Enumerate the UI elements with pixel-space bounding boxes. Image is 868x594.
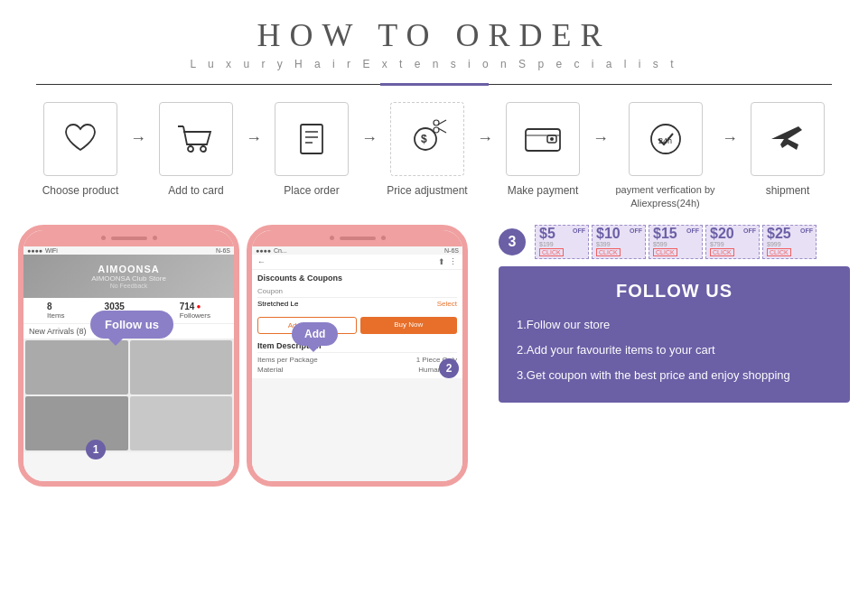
phone1-frame: ●●●●WiFiN-6S AIMOONSA AIMOONSA Club Stor… bbox=[18, 225, 239, 487]
coupons-bar: OFF $5 $199 CLICK OFF $10 $399 CLICK OFF… bbox=[535, 225, 850, 259]
step-add-to-card: Add to card bbox=[146, 102, 246, 199]
phone2-wrapper: ●●●●Cn...N-6S ← ⬆ ⋮ Discounts & Coupons … bbox=[247, 225, 468, 487]
step-box-heart bbox=[43, 102, 117, 176]
phone1-items-label: Items bbox=[47, 311, 65, 320]
arrow-3: → bbox=[361, 102, 378, 148]
step-box-clock: 24h bbox=[629, 102, 703, 176]
phone1-content: ●●●●WiFiN-6S AIMOONSA AIMOONSA Club Stor… bbox=[23, 246, 234, 481]
step-label-payment: Make payment bbox=[508, 183, 579, 199]
phone1-stat-followers: 714 ● Followers bbox=[180, 302, 210, 320]
coupon-min: $399 bbox=[596, 241, 611, 247]
step-label-place: Place order bbox=[284, 183, 339, 199]
phone1-dot2 bbox=[153, 236, 157, 240]
follow-info-list: 1.Follow our store2.Add your favourite i… bbox=[517, 312, 832, 388]
coupon-amount: $15 bbox=[653, 227, 677, 241]
phone1-product-1 bbox=[25, 340, 128, 394]
phone2-buttons: Add To Cart Buy Now bbox=[252, 313, 462, 338]
step-make-payment: Make payment bbox=[493, 102, 593, 199]
phone2-notch bbox=[252, 230, 462, 246]
step-box-cart bbox=[159, 102, 233, 176]
svg-point-15 bbox=[550, 137, 554, 141]
phone1-no-feedback: No Feedback bbox=[110, 283, 148, 289]
phone1-store-sub: AIMOONSA Club Store bbox=[91, 274, 166, 283]
coupon-click: CLICK bbox=[539, 248, 564, 256]
coupon-amount: $5 bbox=[539, 227, 555, 241]
phone2-status-bar: ●●●●Cn...N-6S bbox=[252, 246, 462, 255]
coupon-item: OFF $5 $199 CLICK bbox=[535, 225, 589, 259]
phones-container: ●●●●WiFiN-6S AIMOONSA AIMOONSA Club Stor… bbox=[18, 225, 490, 487]
phone2-dot bbox=[330, 236, 334, 240]
header-section: HOW TO ORDER L u x u r y H a i r E x t e… bbox=[0, 0, 868, 86]
wallet-icon bbox=[522, 122, 564, 156]
step-label-choose: Choose product bbox=[42, 183, 119, 199]
coupon-off: OFF bbox=[686, 227, 699, 234]
phone2-discounts-section: Discounts & Coupons Coupon Stretched Le … bbox=[252, 270, 462, 313]
arrow-2: → bbox=[246, 102, 262, 148]
coupon-min: $599 bbox=[653, 241, 667, 247]
scissors-icon bbox=[432, 118, 448, 135]
phone2-select[interactable]: Select bbox=[437, 300, 457, 308]
step-price-adjustment: $ Price adjustment bbox=[378, 102, 477, 199]
coupon-item: OFF $20 $799 CLICK bbox=[705, 225, 760, 259]
step3-circle: 3 bbox=[499, 228, 526, 255]
page-title: HOW TO ORDER bbox=[0, 16, 868, 54]
arrow-4: → bbox=[477, 102, 493, 148]
phone1-stat-items: 8 Items bbox=[47, 302, 65, 320]
phone2-desc-section: Item Description Items per Package 1 Pie… bbox=[252, 338, 462, 378]
phone1-dot bbox=[101, 236, 106, 240]
step-label-add: Add to card bbox=[168, 183, 223, 199]
step-box-price: $ bbox=[390, 102, 464, 176]
svg-text:$: $ bbox=[421, 133, 427, 145]
phone1-product-4 bbox=[130, 396, 233, 450]
step-place-order: Place order bbox=[262, 102, 361, 199]
coupon-click: CLICK bbox=[767, 248, 791, 256]
phone1-product-3 bbox=[25, 396, 128, 450]
page-subtitle: L u x u r y H a i r E x t e n s i o n S … bbox=[0, 58, 868, 70]
phone1-logo: AIMOONSA bbox=[98, 264, 160, 274]
coupon-amount: $25 bbox=[767, 227, 791, 241]
phone1-banner: AIMOONSA AIMOONSA Club Store No Feedback bbox=[23, 255, 234, 298]
list-icon bbox=[294, 119, 330, 159]
phone1-items-val: 8 bbox=[47, 302, 65, 311]
phone1-products bbox=[23, 339, 234, 452]
phone2-dot2 bbox=[381, 236, 386, 240]
arrow-5: → bbox=[593, 102, 609, 148]
phone1-status-bar: ●●●●WiFiN-6S bbox=[23, 246, 234, 255]
svg-point-1 bbox=[188, 146, 193, 152]
cart-icon bbox=[174, 119, 218, 159]
coupon-click: CLICK bbox=[653, 248, 677, 256]
coupon-click: CLICK bbox=[710, 248, 734, 256]
follow-bubble: Follow us bbox=[90, 311, 173, 339]
coupon-off: OFF bbox=[573, 227, 585, 234]
plane-icon bbox=[764, 119, 811, 159]
steps-section: Choose product → Add to card → Place ord… bbox=[0, 86, 868, 220]
phone2-buy-now-btn[interactable]: Buy Now bbox=[360, 317, 458, 334]
svg-point-2 bbox=[201, 146, 206, 152]
step-label-verification: payment verfication by Aliexpress(24h) bbox=[609, 183, 722, 211]
svg-rect-13 bbox=[526, 129, 560, 151]
follow-info-box: FOLLOW US 1.Follow our store2.Add your f… bbox=[499, 266, 850, 403]
coupon-item: OFF $15 $599 CLICK bbox=[649, 225, 703, 259]
phone2-desc-row-2: Material Human Hair bbox=[257, 365, 457, 375]
right-section: 3 OFF $5 $199 CLICK OFF $10 $399 CLICK O… bbox=[499, 225, 850, 487]
phone2-content: ●●●●Cn...N-6S ← ⬆ ⋮ Discounts & Coupons … bbox=[252, 246, 462, 481]
coupon-amount: $20 bbox=[710, 227, 734, 241]
coupon-amount: $10 bbox=[596, 227, 621, 241]
arrow-6: → bbox=[722, 102, 738, 148]
step-payment-verification: 24h payment verfication by Aliexpress(24… bbox=[609, 102, 722, 211]
coupon-min: $199 bbox=[539, 241, 554, 247]
phone1-product-2 bbox=[130, 340, 233, 394]
arrow-1: → bbox=[130, 102, 146, 148]
coupon-click: CLICK bbox=[596, 248, 621, 256]
phone2-section-title: Discounts & Coupons bbox=[257, 274, 457, 283]
add-bubble: Add bbox=[292, 322, 338, 346]
phone2-back-arrow: ← bbox=[257, 257, 266, 266]
badge-2: 2 bbox=[439, 358, 459, 378]
coupon-off: OFF bbox=[800, 227, 813, 234]
coupon-off: OFF bbox=[630, 227, 642, 234]
phone1-fol-val: 714 ● bbox=[180, 302, 210, 311]
coupon-min: $999 bbox=[767, 241, 781, 247]
phone2-desc-row-1: Items per Package 1 Piece Only bbox=[257, 355, 457, 365]
follow-list-item: 1.Follow our store bbox=[517, 312, 832, 338]
phone1-fol-label: Followers bbox=[180, 311, 210, 320]
